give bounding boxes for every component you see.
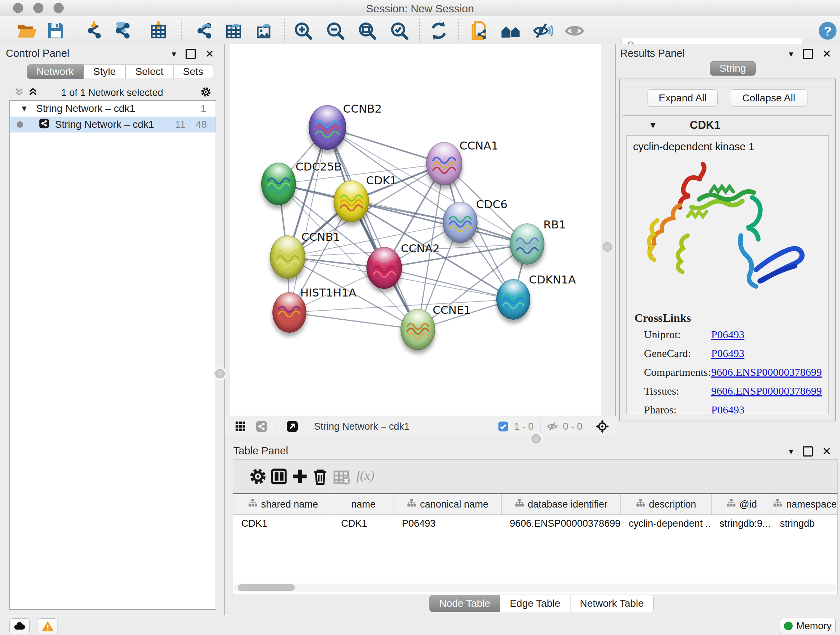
tab-node-table[interactable]: Node Table — [429, 595, 500, 612]
crosslink-link[interactable]: P06493 — [711, 347, 745, 359]
table-panel-float-icon[interactable] — [803, 447, 813, 456]
node-label-cdc25b: CDC25B — [295, 160, 342, 173]
open-session-icon[interactable] — [16, 21, 36, 41]
gear-icon[interactable] — [248, 466, 268, 486]
table-cell[interactable]: 9606.ENSP00000378699 — [502, 516, 621, 532]
column-tree-icon — [636, 499, 645, 510]
tab-style[interactable]: Style — [84, 65, 126, 79]
node-ccna1[interactable] — [426, 142, 462, 185]
zoom-in-icon[interactable] — [293, 21, 313, 41]
node-ball — [443, 202, 477, 243]
zoom-fit-icon[interactable] — [357, 21, 377, 41]
table-cell[interactable]: stringdb — [772, 516, 838, 532]
tab-string[interactable]: String — [710, 61, 756, 76]
duplicate-network-icon[interactable] — [469, 21, 489, 41]
right-splitter-handle[interactable] — [603, 242, 612, 252]
entry-collapse-icon[interactable]: ▼ — [649, 120, 657, 130]
table-cell[interactable]: CDK1 — [233, 516, 333, 532]
tab-network-table[interactable]: Network Table — [570, 595, 654, 612]
network-canvas[interactable]: CCNB2CCNA1CDC25BCDK1CDC6RB1CCNB1CCNA2CDK… — [230, 44, 601, 416]
cloud-icon — [13, 620, 26, 633]
apply-layout-icon[interactable] — [429, 21, 449, 41]
network-options-gear-icon[interactable] — [200, 86, 212, 100]
node-cdk1[interactable] — [333, 180, 369, 222]
bottom-splitter-handle[interactable] — [531, 434, 541, 443]
crosslink-link[interactable]: 9606.ENSP00000378699 — [711, 385, 822, 397]
import-table-file-icon[interactable] — [148, 21, 169, 41]
column-header--id[interactable]: @id — [712, 494, 772, 515]
export-image-icon[interactable] — [254, 21, 275, 41]
trash-icon[interactable] — [310, 466, 330, 486]
save-session-icon[interactable] — [46, 21, 66, 41]
table-cell[interactable]: stringdb:9... — [712, 516, 772, 532]
right-splitter[interactable] — [601, 44, 616, 416]
column-label: description — [649, 499, 696, 510]
horizontal-scrollbar[interactable] — [234, 584, 836, 592]
collection-expand-icon[interactable]: ▼ — [20, 104, 28, 113]
control-panel-float-icon[interactable] — [186, 49, 196, 59]
export-network-icon[interactable] — [194, 21, 215, 41]
crosslink-link[interactable]: P06493 — [711, 404, 745, 414]
table-cell[interactable]: cyclin-dependent ... — [621, 516, 712, 532]
results-panel-float-icon[interactable] — [803, 49, 813, 59]
node-cdc6[interactable] — [443, 202, 477, 243]
table-panel-close-icon[interactable]: ✕ — [822, 447, 831, 456]
crosslink-link[interactable]: P06493 — [711, 328, 745, 340]
crosslinks-list: Uniprot:P06493GeneCard:P06493Compartment… — [627, 328, 829, 414]
hide-selected-icon[interactable] — [532, 21, 553, 41]
first-neighbors-icon[interactable] — [501, 21, 521, 41]
cloud-button[interactable] — [9, 618, 30, 634]
table-cell[interactable]: CDK1 — [333, 516, 394, 532]
table-panel-collapse-icon[interactable]: ▾ — [789, 447, 793, 456]
column-header-database-identifier[interactable]: database identifier — [502, 494, 621, 515]
birdseye-icon[interactable] — [596, 420, 609, 433]
scrollbar-thumb[interactable] — [238, 584, 295, 591]
network-collection-row[interactable]: ▼ String Network – cdk1 1 — [10, 101, 216, 117]
toolbar-separator — [458, 19, 459, 42]
column-header-namespace[interactable]: namespace — [772, 494, 838, 515]
show-graphics-details-icon[interactable] — [564, 21, 584, 41]
node-ccna2[interactable] — [366, 247, 402, 289]
tab-select[interactable]: Select — [126, 65, 173, 79]
expand-all-button[interactable]: Expand All — [647, 89, 718, 107]
node-ccnb1[interactable] — [270, 235, 305, 279]
help-icon[interactable]: ? — [818, 21, 838, 41]
network-row[interactable]: String Network – cdk1 11 48 — [10, 117, 216, 133]
detach-view-icon[interactable] — [286, 420, 299, 433]
crosslink-link[interactable]: 9606.ENSP00000378699 — [711, 366, 822, 378]
warnings-button[interactable] — [38, 618, 58, 634]
tab-network[interactable]: Network — [27, 65, 84, 79]
control-panel-close-icon[interactable]: ✕ — [205, 50, 214, 58]
results-panel-close-icon[interactable]: ✕ — [822, 50, 831, 58]
network-share-icon[interactable] — [255, 420, 268, 433]
node-ball — [496, 279, 531, 320]
column-header-shared-name[interactable]: shared name — [233, 494, 333, 515]
column-header-name[interactable]: name — [333, 494, 394, 515]
node-rb1[interactable] — [510, 223, 545, 264]
node-cdc25b[interactable] — [261, 163, 296, 205]
zoom-selected-icon[interactable] — [389, 21, 409, 41]
zoom-out-icon[interactable] — [325, 21, 346, 41]
export-table-icon[interactable] — [224, 21, 244, 41]
column-header-canonical-name[interactable]: canonical name — [394, 494, 502, 515]
import-network-file-icon[interactable] — [85, 21, 105, 41]
selected-checkbox-icon[interactable] — [497, 420, 510, 433]
node-label-ccna1: CCNA1 — [459, 139, 498, 152]
node-cdkn1a[interactable] — [496, 279, 531, 320]
collapse-all-button[interactable]: Collapse All — [730, 89, 807, 107]
control-panel-collapse-icon[interactable]: ▾ — [172, 50, 176, 58]
node-ccnb2[interactable] — [309, 105, 346, 150]
memory-button[interactable]: Memory — [780, 618, 836, 634]
left-splitter-handle[interactable] — [215, 369, 225, 378]
grid-view-icon[interactable] — [234, 420, 247, 433]
node-ccne1[interactable] — [401, 309, 435, 350]
import-network-database-icon[interactable] — [112, 21, 133, 41]
node-ball — [426, 142, 462, 185]
table-cell[interactable]: P06493 — [394, 516, 502, 532]
plus-icon[interactable] — [290, 466, 310, 486]
columns-icon[interactable] — [269, 466, 289, 486]
column-header-description[interactable]: description — [621, 494, 712, 515]
tab-sets[interactable]: Sets — [173, 65, 213, 79]
tab-edge-table[interactable]: Edge Table — [500, 595, 570, 612]
results-panel-collapse-icon[interactable]: ▾ — [789, 50, 793, 58]
